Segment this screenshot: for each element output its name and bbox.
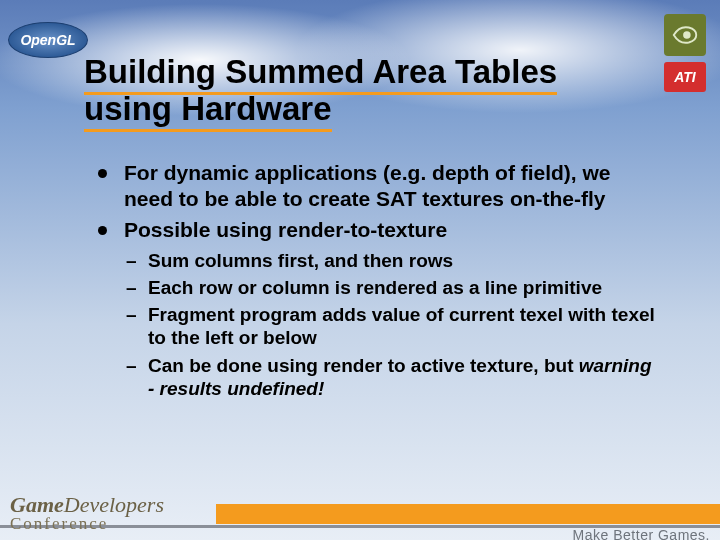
sub-bullet: Can be done using render to active textu… <box>124 354 656 400</box>
bullet: Possible using render-to-texture Sum col… <box>96 217 656 400</box>
slide-title-text: Building Summed Area Tables using Hardwa… <box>84 53 557 132</box>
ati-logo: ATI <box>664 62 706 92</box>
opengl-logo: OpenGL <box>8 22 88 58</box>
ati-logo-text: ATI <box>674 69 696 85</box>
footer-tagline: Make Better Games. <box>573 527 710 540</box>
slide: OpenGL ATI Building Summed Area Tables u… <box>0 0 720 540</box>
sub-bullet: Fragment program adds value of current t… <box>124 303 656 349</box>
sub-bullet: Each row or column is rendered as a line… <box>124 276 656 299</box>
sub-bullet-text: Each row or column is rendered as a line… <box>148 277 602 298</box>
slide-title: Building Summed Area Tables using Hardwa… <box>84 54 644 128</box>
eye-icon <box>670 20 700 50</box>
footer: GameDevelopers Conference Make Better Ga… <box>0 494 720 540</box>
slide-body: For dynamic applications (e.g. depth of … <box>96 160 656 406</box>
bullet-text: Possible using render-to-texture <box>124 218 447 241</box>
bullet: For dynamic applications (e.g. depth of … <box>96 160 656 211</box>
nvidia-logo <box>664 14 706 56</box>
sub-bullet-text: Can be done using render to active textu… <box>148 355 579 376</box>
svg-point-0 <box>683 31 691 39</box>
sub-bullet-text: Sum columns first, and then rows <box>148 250 453 271</box>
gdc-logo: GameDevelopers Conference <box>10 492 164 534</box>
footer-orange-bar <box>216 504 720 524</box>
bullet-text: For dynamic applications (e.g. depth of … <box>124 161 611 210</box>
sub-bullet: Sum columns first, and then rows <box>124 249 656 272</box>
sub-bullet-text: Fragment program adds value of current t… <box>148 304 655 348</box>
opengl-logo-text: OpenGL <box>20 32 75 48</box>
gdc-conf: Conference <box>10 514 164 534</box>
